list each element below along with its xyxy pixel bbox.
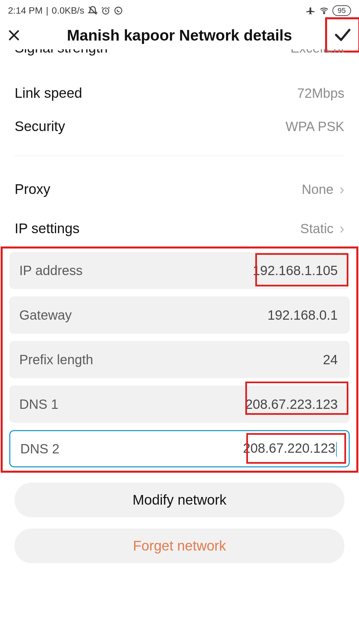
ip-settings-label: IP settings: [15, 221, 79, 237]
row-proxy[interactable]: Proxy None ›: [0, 173, 359, 206]
chevron-right-icon: ›: [339, 221, 344, 236]
signal-strength-label: Signal strength: [15, 49, 108, 56]
status-left: 2:14 PM | 0.0KB/s: [8, 5, 123, 16]
ip-address-field[interactable]: IP address 192.168.1.105: [9, 252, 350, 289]
divider: [15, 156, 344, 156]
modify-network-button[interactable]: Modify network: [15, 483, 344, 517]
forget-network-button[interactable]: Forget network: [15, 529, 344, 563]
wifi-icon: [319, 6, 329, 16]
ip-settings-value-wrap: Static ›: [300, 221, 344, 236]
airplane-mode-icon: [306, 6, 316, 16]
chevron-right-icon: ›: [339, 182, 344, 197]
status-bar: 2:14 PM | 0.0KB/s: [0, 0, 359, 19]
prefix-length-field[interactable]: Prefix length 24: [9, 341, 350, 378]
dns2-field[interactable]: DNS 2 208.67.220.123: [9, 430, 350, 467]
spacer: [0, 206, 359, 212]
proxy-value: None: [302, 182, 334, 197]
dns2-value: 208.67.220.123: [243, 441, 339, 456]
battery-indicator: 95: [332, 5, 351, 16]
status-right: 95: [306, 5, 351, 16]
link-speed-label: Link speed: [15, 85, 82, 101]
prefix-length-label: Prefix length: [19, 352, 93, 367]
proxy-label: Proxy: [15, 181, 50, 197]
gateway-value: 192.168.0.1: [268, 308, 340, 323]
ip-address-label: IP address: [19, 263, 83, 278]
dns1-label: DNS 1: [19, 397, 59, 412]
close-button[interactable]: [7, 28, 27, 43]
whatsapp-icon: [114, 6, 123, 15]
link-speed-value: 72Mbps: [297, 86, 344, 101]
gateway-label: Gateway: [19, 308, 72, 323]
dns1-value: 208.67.223.123: [245, 397, 340, 412]
dnd-icon: [88, 6, 98, 16]
page-title: Manish kapoor Network details: [27, 26, 352, 44]
header: Manish kapoor Network details: [0, 19, 359, 52]
row-ip-settings[interactable]: IP settings Static ›: [0, 212, 359, 245]
ip-settings-value: Static: [300, 221, 333, 236]
row-link-speed: Link speed 72Mbps: [0, 77, 359, 110]
svg-point-1: [115, 7, 122, 14]
proxy-value-wrap: None ›: [302, 182, 344, 197]
svg-point-2: [323, 13, 324, 14]
dns1-field[interactable]: DNS 1 208.67.223.123: [9, 386, 350, 423]
prefix-length-value: 24: [323, 352, 340, 367]
bottom-buttons: Modify network Forget network: [0, 473, 359, 563]
gateway-field[interactable]: Gateway 192.168.0.1: [9, 296, 350, 334]
signal-strength-value: Excellent: [291, 49, 344, 56]
dns2-label: DNS 2: [20, 441, 60, 456]
status-sep: |: [46, 5, 48, 16]
ip-address-value: 192.168.1.105: [253, 263, 340, 278]
status-net-speed: 0.0KB/s: [52, 5, 84, 16]
confirm-button-highlight: [325, 17, 359, 53]
status-time: 2:14 PM: [8, 5, 43, 16]
ip-fields-highlight: IP address 192.168.1.105 Gateway 192.168…: [1, 246, 358, 473]
alarm-icon: [101, 6, 110, 15]
row-security: Security WPA PSK: [0, 110, 359, 143]
spacer: [0, 65, 359, 77]
security-value: WPA PSK: [286, 119, 344, 134]
confirm-button[interactable]: [333, 25, 353, 45]
security-label: Security: [15, 118, 65, 134]
